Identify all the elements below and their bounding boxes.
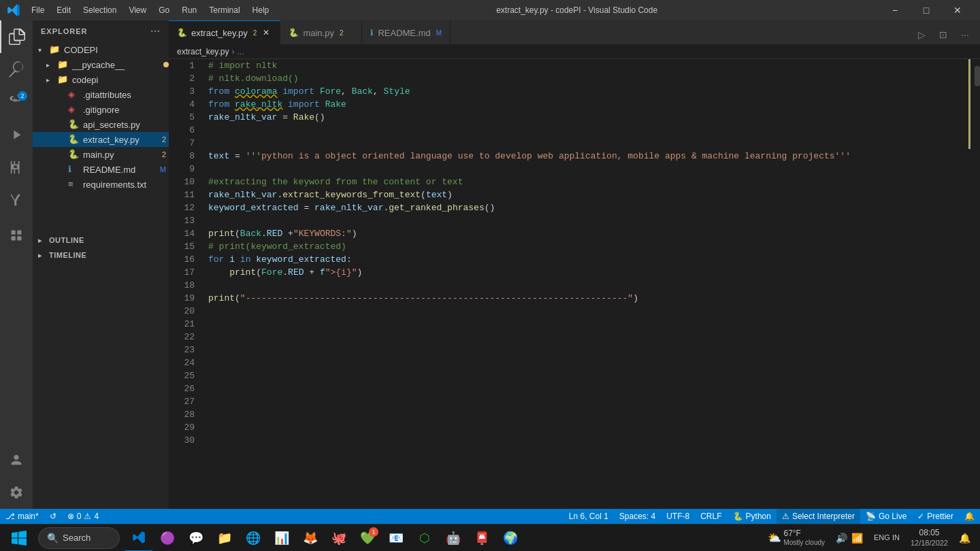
maximize-button[interactable]: □ (911, 0, 942, 20)
sidebar: EXPLORER ··· ▾ 📁 CODEPI ▸ 📁 __pycache__ (33, 20, 169, 509)
status-sync[interactable]: ↺ (44, 509, 62, 524)
menu-terminal[interactable]: Terminal (203, 4, 245, 16)
taskbar-postman[interactable]: 📮 (468, 524, 495, 552)
status-eol[interactable]: CRLF (695, 509, 727, 524)
taskbar-outlook[interactable]: 📧 (382, 524, 410, 552)
status-errors[interactable]: ⊗ 0 ⚠ 4 (62, 509, 104, 524)
status-interpreter[interactable]: ⚠ Select Interpreter (777, 509, 860, 524)
settings-icon (9, 485, 24, 500)
activity-run[interactable] (0, 118, 33, 151)
menu-help[interactable]: Help (247, 4, 275, 16)
run-button[interactable]: ▷ (912, 25, 931, 44)
menu-file[interactable]: File (26, 4, 50, 16)
whatsapp-badge: 1 (369, 527, 378, 537)
taskbar-taskmanager[interactable]: 📊 (268, 524, 295, 552)
status-prettier[interactable]: ✓ Prettier (912, 509, 959, 524)
menu-run[interactable]: Run (176, 4, 202, 16)
code-line-23 (208, 344, 970, 356)
code-line-6 (208, 124, 970, 137)
tree-item-requirements[interactable]: ≡ requirements.txt (33, 177, 169, 192)
tab-dirty-indicator: 2 (253, 29, 257, 37)
activity-search[interactable] (0, 53, 33, 86)
file-py-icon: 🐍 (177, 28, 187, 37)
tree-item-pycache[interactable]: ▸ 📁 __pycache__ (33, 57, 169, 72)
tree-item-codepi[interactable]: ▸ 📁 codepi (33, 72, 169, 87)
taskbar-discord[interactable]: 💬 (182, 524, 210, 552)
taskbar-search[interactable]: 🔍 Search (38, 527, 120, 549)
code-line-7 (208, 137, 970, 150)
taskbar-chrome-2[interactable]: 🌍 (497, 524, 524, 552)
code-line-13 (208, 214, 970, 227)
more-actions-button[interactable]: ··· (956, 25, 975, 44)
tab-main[interactable]: 🐍 main.py 2 (280, 20, 362, 44)
taskbar-github[interactable]: 🐙 (325, 524, 353, 552)
spaces-label: Spaces: 4 (619, 512, 655, 521)
taskbar-language[interactable]: ENG IN (870, 524, 904, 552)
menu-go[interactable]: Go (153, 4, 175, 16)
timeline-section[interactable]: ▸ TIMELINE (33, 248, 169, 263)
status-bell[interactable]: 🔔 (959, 509, 980, 524)
taskmanager-icon: 📊 (274, 531, 289, 546)
tabs-bar: 🐍 extract_key.py 2 ✕ 🐍 main.py 2 ℹ READM… (169, 20, 980, 44)
tab-readme[interactable]: ℹ README.md M (362, 20, 451, 44)
taskbar-vscode-insiders[interactable]: ⬡ (411, 524, 438, 552)
git-branch-icon: ⎇ (5, 512, 15, 521)
start-button[interactable] (5, 527, 33, 549)
taskbar-tray[interactable]: 🔊 📶 (832, 524, 867, 552)
scrollbar[interactable] (970, 59, 980, 509)
outline-section[interactable]: ▸ OUTLINE (33, 233, 169, 248)
taskbar-weather[interactable]: ⛅ 67°F Mostly cloudy (764, 524, 829, 552)
taskbar-firefox[interactable]: 🦊 (297, 524, 324, 552)
taskbar-notification[interactable]: 🔔 (955, 524, 975, 552)
status-position[interactable]: Ln 6, Col 1 (564, 509, 614, 524)
tab-extract-key[interactable]: 🐍 extract_key.py 2 ✕ (169, 20, 280, 44)
status-language[interactable]: 🐍 Python (728, 509, 777, 524)
tree-item-extract-key[interactable]: 🐍 extract_key.py 2 (33, 132, 169, 147)
tree-item-readme[interactable]: ℹ README.md M (33, 162, 169, 177)
taskbar-clock[interactable]: 08:05 12/18/2022 (906, 524, 952, 552)
taskbar-android-studio[interactable]: 🤖 (440, 524, 467, 552)
status-spaces[interactable]: Spaces: 4 (614, 509, 661, 524)
breadcrumb-location[interactable]: ... (237, 47, 244, 56)
menu-selection[interactable]: Selection (78, 4, 122, 16)
breadcrumb-file[interactable]: extract_key.py (177, 47, 229, 56)
taskbar-chrome[interactable]: 🌐 (240, 524, 267, 552)
chevron-right-icon: ▸ (38, 252, 49, 259)
svg-rect-0 (12, 231, 16, 235)
activity-remote[interactable] (0, 219, 33, 252)
activity-settings[interactable] (0, 476, 33, 509)
tree-item-main[interactable]: 🐍 main.py 2 (33, 147, 169, 162)
tree-item-api-secrets[interactable]: 🐍 api_secrets.py (33, 117, 169, 132)
tree-item-gitignore[interactable]: ◈ .gitignore (33, 102, 169, 117)
tree-item-gitattributes[interactable]: ◈ .gitattributes (33, 87, 169, 102)
activity-extensions[interactable] (0, 151, 33, 184)
tab-close-button[interactable]: ✕ (261, 27, 272, 38)
taskbar-vscode[interactable] (125, 524, 152, 552)
tree-root-codepi[interactable]: ▾ 📁 CODEPI (33, 42, 169, 57)
activity-source-control[interactable]: 2 (0, 86, 33, 118)
status-git-branch[interactable]: ⎇ main* (0, 509, 44, 524)
taskbar-teams[interactable]: 🟣 (154, 524, 181, 552)
sidebar-more-button[interactable]: ··· (150, 26, 161, 37)
split-editor-button[interactable]: ⊡ (934, 25, 953, 44)
activity-account[interactable] (0, 444, 33, 476)
remote-icon (10, 229, 23, 242)
minimize-button[interactable]: − (879, 0, 911, 20)
line-num-2: 2 (169, 72, 203, 85)
menu-edit[interactable]: Edit (51, 4, 76, 16)
activity-bar: 2 (0, 20, 33, 509)
close-button[interactable]: ✕ (942, 0, 973, 20)
menu-view[interactable]: View (123, 4, 152, 16)
activity-explorer[interactable] (0, 20, 33, 53)
code-editor[interactable]: # import nltk # nltk.download() from col… (203, 59, 970, 509)
activity-testing[interactable] (0, 184, 33, 216)
taskbar-file-explorer[interactable]: 📁 (211, 524, 238, 552)
code-line-26 (208, 382, 970, 395)
status-golive[interactable]: 📡 Go Live (860, 509, 912, 524)
keyboard-layout: ENG IN (874, 533, 900, 542)
editor[interactable]: 1 2 3 4 5 6 7 8 9 10 11 12 13 14 15 16 1 (169, 59, 980, 509)
status-encoding[interactable]: UTF-8 (661, 509, 695, 524)
code-line-19: print("---------------------------------… (208, 292, 970, 305)
taskbar-whatsapp[interactable]: 💚 1 (354, 524, 381, 552)
tab-dirty-indicator: M (436, 29, 442, 37)
